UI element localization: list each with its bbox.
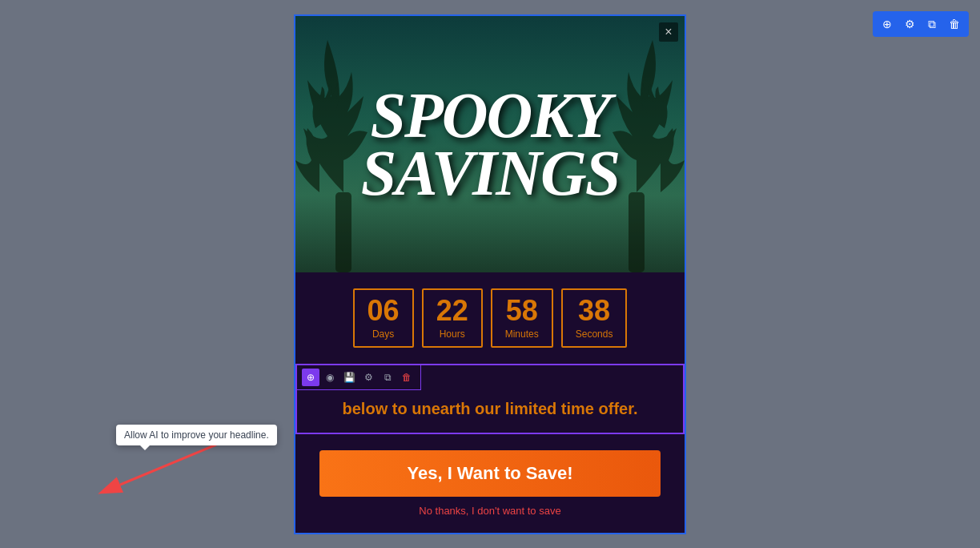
header-line1: SPOOKY [361,87,619,144]
tooltip-text: Allow AI to improve your headline. [124,429,269,441]
inner-toolbar-move-btn[interactable]: ⊕ [302,369,319,386]
arrow-indicator [80,437,240,501]
inner-toolbar-ai-btn[interactable]: ◉ [321,369,339,386]
cta-button[interactable]: Yes, I Want to Save! [319,450,661,497]
top-toolbar-delete-btn[interactable]: 🗑 [945,14,964,34]
countdown-hours: 22 Hours [422,288,483,348]
countdown-minutes-value: 58 [505,296,539,325]
no-thanks-link[interactable]: No thanks, I don't want to save [319,505,661,517]
countdown-seconds-label: Seconds [576,328,613,340]
popup-container: × SPOOKY SAVINGS [294,14,686,534]
countdown-days-value: 06 [368,296,400,325]
ai-tooltip: Allow AI to improve your headline. [116,425,277,445]
top-toolbar-move-btn[interactable]: ⊕ [878,14,897,34]
countdown-hours-value: 22 [436,296,468,325]
inner-toolbar-delete-btn[interactable]: 🗑 [398,369,416,386]
inner-toolbar: ⊕ ◉ 💾 ⚙ ⧉ 🗑 [296,365,421,390]
svg-rect-0 [335,192,351,272]
countdown-minutes: 58 Minutes [491,288,553,348]
top-toolbar: ⊕ ⚙ ⧉ 🗑 [873,11,969,37]
body-text: below to unearth our limited time offer. [313,397,667,420]
body-text-section: ⊕ ◉ 💾 ⚙ ⧉ 🗑 below to unearth our limited… [295,364,685,434]
header-section: SPOOKY SAVINGS [295,16,685,272]
header-line2: SAVINGS [361,144,619,202]
inner-toolbar-duplicate-btn[interactable]: ⧉ [379,369,396,386]
top-toolbar-settings-btn[interactable]: ⚙ [900,14,919,34]
inner-toolbar-settings-btn[interactable]: ⚙ [359,369,377,386]
svg-line-3 [120,445,216,485]
countdown-section: 06 Days 22 Hours 58 Minutes 38 Seconds [295,272,685,364]
close-button[interactable]: × [659,22,678,42]
countdown-seconds: 38 Seconds [561,288,628,348]
countdown-hours-label: Hours [436,328,468,340]
countdown-minutes-label: Minutes [505,328,539,340]
header-text: SPOOKY SAVINGS [361,87,619,202]
svg-rect-1 [629,192,645,272]
top-toolbar-duplicate-btn[interactable]: ⧉ [922,14,942,34]
countdown-seconds-value: 38 [576,296,613,325]
cta-section: Yes, I Want to Save! No thanks, I don't … [295,434,685,533]
countdown-days: 06 Days [353,288,414,348]
countdown-days-label: Days [368,328,400,340]
inner-toolbar-save-btn[interactable]: 💾 [340,369,358,386]
